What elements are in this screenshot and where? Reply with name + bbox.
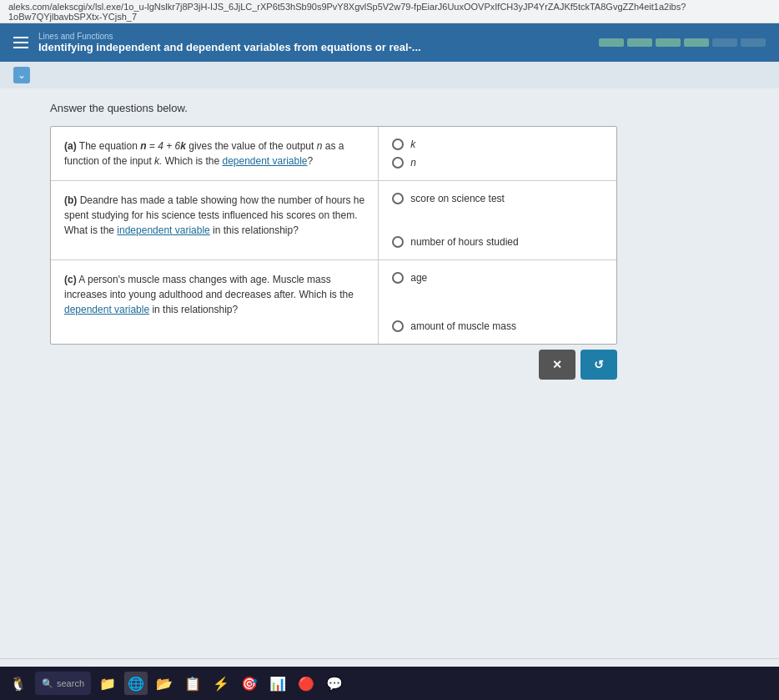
question-c-text: A person's muscle mass changes with age.… xyxy=(64,274,354,315)
header-title: Identifying independent and dependent va… xyxy=(38,41,421,53)
progress-segment-3 xyxy=(656,38,681,47)
question-letter-b: (b) xyxy=(64,194,77,206)
progress-segment-6 xyxy=(741,38,766,47)
question-cell-b: (b) Deandre has made a table showing how… xyxy=(51,181,379,259)
header-subtitle: Lines and Functions xyxy=(38,32,421,41)
radio-circle-a-n[interactable] xyxy=(392,157,404,169)
action-buttons-row: ✕ ↺ xyxy=(50,350,617,380)
independent-variable-link-b[interactable]: independent variable xyxy=(117,224,209,236)
progress-segment-5 xyxy=(712,38,737,47)
chevron-row: ⌄ xyxy=(0,62,779,88)
menu-button[interactable] xyxy=(13,37,28,48)
taskbar-search-text[interactable]: search xyxy=(57,678,84,688)
radio-label-c-age: age xyxy=(410,272,427,284)
undo-button[interactable]: ↺ xyxy=(580,350,617,380)
address-bar: aleks.com/alekscgi/x/lsl.exe/1o_u-lgNslk… xyxy=(0,0,779,23)
chevron-down-button[interactable]: ⌄ xyxy=(13,67,30,83)
dependent-variable-link-c[interactable]: dependent variable xyxy=(64,304,149,315)
url-text: aleks.com/alekscgi/x/lsl.exe/1o_u-lgNslk… xyxy=(8,2,771,22)
instruction-text: Answer the questions below. xyxy=(50,102,729,114)
taskbar-target-icon[interactable]: 🎯 xyxy=(238,672,261,695)
taskbar-start-icon[interactable]: 🐧 xyxy=(7,672,30,695)
header-text: Lines and Functions Identifying independ… xyxy=(38,32,421,53)
content-area: Answer the questions below. (a) The equa… xyxy=(0,88,779,658)
radio-label-b-hours: number of hours studied xyxy=(410,236,518,248)
radio-option-a-k[interactable]: k xyxy=(392,138,603,150)
radio-label-a-n: n xyxy=(410,157,416,169)
radio-option-b-hours[interactable]: number of hours studied xyxy=(392,236,603,248)
question-b-text: Deandre has made a table showing how the… xyxy=(64,194,364,236)
question-letter-c: (c) xyxy=(64,274,77,285)
answer-cell-b: score on science test number of hours st… xyxy=(379,181,616,259)
radio-label-a-k: k xyxy=(410,138,415,150)
questions-table: (a) The equation n = 4 + 6k gives the va… xyxy=(50,126,617,345)
clear-button[interactable]: ✕ xyxy=(539,350,575,380)
dependent-variable-link-a[interactable]: dependent variable xyxy=(222,155,307,167)
taskbar-search-box[interactable]: 🔍 search xyxy=(35,672,91,695)
radio-label-c-muscle: amount of muscle mass xyxy=(410,320,516,332)
taskbar-chat-icon[interactable]: 💬 xyxy=(323,672,346,695)
radio-option-a-n[interactable]: n xyxy=(392,157,603,169)
radio-circle-b-score[interactable] xyxy=(392,193,404,204)
taskbar-chart-icon[interactable]: 📊 xyxy=(266,672,289,695)
radio-option-b-score[interactable]: score on science test xyxy=(392,193,603,204)
main-container: Lines and Functions Identifying independ… xyxy=(0,23,779,700)
radio-circle-b-hours[interactable] xyxy=(392,236,404,248)
taskbar-browser-icon[interactable]: 🌐 xyxy=(124,672,148,695)
progress-bars xyxy=(599,38,766,47)
radio-option-c-muscle[interactable]: amount of muscle mass xyxy=(392,320,603,332)
search-icon: 🔍 xyxy=(42,678,53,689)
answer-cell-c: age amount of muscle mass xyxy=(379,260,616,344)
question-row-a: (a) The equation n = 4 + 6k gives the va… xyxy=(51,127,616,181)
radio-circle-a-k[interactable] xyxy=(392,138,404,150)
answer-cell-a: k n xyxy=(379,127,616,180)
radio-option-c-age[interactable]: age xyxy=(392,272,603,284)
top-header: Lines and Functions Identifying independ… xyxy=(0,23,779,62)
taskbar-lightning-icon[interactable]: ⚡ xyxy=(209,672,233,695)
radio-label-b-score: score on science test xyxy=(410,193,505,204)
question-a-text1: The equation n = 4 + 6k gives the value … xyxy=(64,140,344,167)
question-row-c: (c) A person's muscle mass changes with … xyxy=(51,260,616,344)
taskbar-terminal-icon[interactable]: 📋 xyxy=(181,672,204,695)
taskbar-red-icon[interactable]: 🔴 xyxy=(294,672,318,695)
taskbar-folder-icon[interactable]: 📂 xyxy=(153,672,176,695)
question-cell-a: (a) The equation n = 4 + 6k gives the va… xyxy=(51,127,379,180)
radio-circle-c-age[interactable] xyxy=(392,272,404,284)
progress-segment-2 xyxy=(627,38,652,47)
question-cell-c: (c) A person's muscle mass changes with … xyxy=(51,260,379,344)
radio-circle-c-muscle[interactable] xyxy=(392,320,404,332)
question-row-b: (b) Deandre has made a table showing how… xyxy=(51,181,616,260)
taskbar: 🐧 🔍 search 📁 🌐 📂 📋 ⚡ 🎯 📊 🔴 💬 xyxy=(0,667,779,700)
taskbar-files-icon[interactable]: 📁 xyxy=(96,672,119,695)
progress-segment-4 xyxy=(684,38,709,47)
progress-segment-1 xyxy=(599,38,624,47)
question-letter-a: (a) xyxy=(64,140,77,152)
